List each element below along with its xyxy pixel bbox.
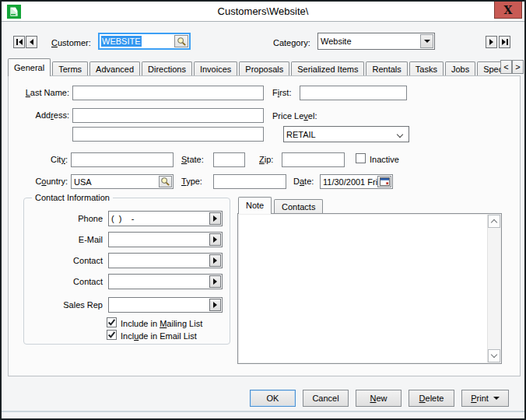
- cancel-button[interactable]: Cancel: [303, 390, 349, 407]
- date-value: 11/30/2001 Fri: [323, 177, 377, 187]
- last-name-input[interactable]: [72, 86, 264, 100]
- ok-button[interactable]: OK: [250, 390, 296, 407]
- title-bar: Customers\Website\ X: [2, 2, 524, 22]
- contact1-label: Contact: [30, 256, 103, 265]
- window-title: Customers\Website\: [2, 2, 524, 22]
- first-record-button[interactable]: [13, 36, 25, 48]
- tab-directions[interactable]: Directions: [142, 61, 192, 76]
- arrow-right-icon: [213, 257, 217, 264]
- date-picker-button[interactable]: [377, 176, 391, 187]
- tab-strip: General Terms Advanced Directions Invoic…: [8, 58, 500, 76]
- previous-record-icon: [30, 39, 33, 45]
- country-input[interactable]: USA: [71, 174, 174, 189]
- mailing-list-checkbox[interactable]: [107, 317, 117, 327]
- tab-special-pricing[interactable]: Special Pricing: [477, 61, 500, 76]
- last-record-button[interactable]: [499, 36, 510, 48]
- type-input[interactable]: [213, 174, 286, 189]
- country-search-button[interactable]: [159, 176, 172, 187]
- contact2-expand-button[interactable]: [209, 275, 221, 288]
- tab-scroll-right-button[interactable]: >: [512, 60, 524, 74]
- bottom-frame-highlight: [2, 411, 524, 412]
- customer-label: Customer:: [51, 38, 91, 47]
- scroll-left-icon: <: [503, 62, 508, 72]
- tab-jobs[interactable]: Jobs: [445, 61, 475, 76]
- calendar-icon: [380, 177, 390, 186]
- sales-rep-input[interactable]: [108, 297, 223, 313]
- customer-dialog: Customers\Website\ X Customer: WEBSITE C…: [0, 0, 526, 420]
- print-button[interactable]: Print: [461, 390, 509, 407]
- tab-serialized-items[interactable]: Serialized Items: [291, 61, 364, 76]
- state-input[interactable]: [213, 152, 245, 167]
- email-label: E-Mail: [30, 235, 103, 244]
- contact-info-groupbox: Contact Information Phone ( ) - E-Mail C…: [23, 198, 230, 345]
- contact2-input[interactable]: [108, 274, 223, 289]
- first-name-input[interactable]: [300, 86, 407, 100]
- new-button[interactable]: New: [356, 390, 402, 407]
- tab-general[interactable]: General: [8, 58, 51, 76]
- tab-note[interactable]: Note: [238, 197, 272, 214]
- scroll-up-button[interactable]: [488, 215, 500, 228]
- city-label: City:: [16, 155, 68, 164]
- delete-button[interactable]: Delete: [409, 390, 454, 407]
- next-record-button[interactable]: [486, 36, 497, 48]
- phone-input[interactable]: ( ) -: [108, 211, 223, 226]
- checkmark-icon: [107, 331, 116, 339]
- price-level-label: Price Level:: [272, 111, 317, 121]
- date-label: Date:: [293, 177, 314, 186]
- first-record-icon: [16, 39, 18, 45]
- category-select[interactable]: Website: [317, 33, 435, 50]
- next-record-icon: [489, 39, 493, 45]
- email-expand-button[interactable]: [209, 233, 221, 246]
- date-input[interactable]: 11/30/2001 Fri: [320, 174, 393, 189]
- address-input-1[interactable]: [72, 108, 264, 123]
- customer-value: WEBSITE: [101, 36, 142, 47]
- city-input[interactable]: [71, 152, 174, 167]
- arrow-right-icon: [213, 278, 217, 285]
- search-icon: [160, 177, 170, 187]
- type-label: Type:: [181, 177, 202, 186]
- tab-tasks[interactable]: Tasks: [409, 61, 444, 76]
- address-input-2[interactable]: [72, 127, 264, 142]
- customer-search-button[interactable]: [174, 35, 188, 47]
- email-list-checkbox[interactable]: [107, 330, 117, 340]
- mailing-list-label: Include in Mailing List: [121, 319, 202, 328]
- scroll-down-button[interactable]: [488, 349, 500, 362]
- address-label: Address:: [16, 110, 69, 120]
- close-button[interactable]: X: [494, 2, 522, 19]
- tab-scroll-left-button[interactable]: <: [500, 60, 512, 74]
- first-name-label: First:: [272, 88, 291, 97]
- country-value: USA: [74, 177, 92, 187]
- checkmark-icon: [107, 318, 116, 327]
- arrow-right-icon: [213, 236, 217, 243]
- tab-rentals[interactable]: Rentals: [366, 61, 407, 76]
- contact1-input[interactable]: [108, 253, 223, 268]
- tab-terms[interactable]: Terms: [52, 61, 88, 76]
- contact-info-title: Contact Information: [32, 193, 113, 202]
- email-input[interactable]: [108, 232, 223, 247]
- contact1-expand-button[interactable]: [209, 254, 221, 267]
- tab-advanced[interactable]: Advanced: [89, 61, 140, 76]
- category-dropdown-button[interactable]: [420, 34, 433, 48]
- chevron-down-icon: [491, 352, 497, 358]
- country-label: Country:: [16, 177, 68, 186]
- phone-expand-button[interactable]: [209, 212, 221, 225]
- zip-label: Zip:: [259, 155, 273, 164]
- customer-input[interactable]: WEBSITE: [98, 33, 191, 50]
- sales-rep-expand-button[interactable]: [209, 299, 221, 311]
- last-record-icon: [502, 39, 506, 45]
- price-level-select[interactable]: RETAIL: [283, 126, 409, 142]
- zip-input[interactable]: [282, 152, 345, 167]
- note-scrollbar[interactable]: [487, 215, 500, 362]
- contact2-label: Contact: [30, 277, 103, 286]
- arrow-right-icon: [213, 302, 217, 308]
- tab-invoices[interactable]: Invoices: [194, 61, 237, 76]
- last-name-label: Last Name:: [16, 88, 69, 97]
- tab-contacts[interactable]: Contacts: [274, 199, 323, 214]
- inactive-label: Inactive: [370, 155, 399, 164]
- scroll-right-icon: >: [515, 62, 520, 72]
- previous-record-button[interactable]: [26, 36, 37, 48]
- note-textarea[interactable]: [237, 213, 502, 364]
- inactive-checkbox[interactable]: [356, 153, 366, 163]
- price-level-value: RETAIL: [286, 130, 316, 139]
- tab-proposals[interactable]: Proposals: [239, 61, 289, 76]
